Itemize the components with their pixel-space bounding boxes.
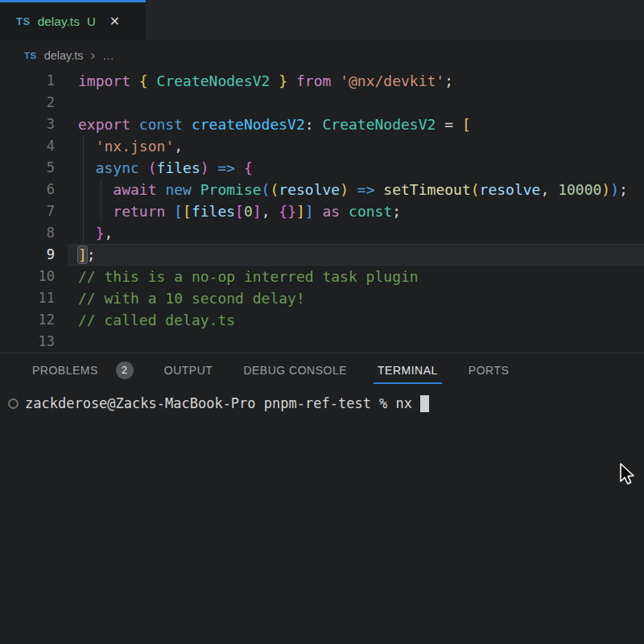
- line-number: 6: [0, 179, 55, 200]
- code-token: {: [139, 72, 157, 89]
- code-line-content: return [[files[0], {}]] as const;: [68, 200, 644, 222]
- code-lines: 1import { CreateNodesV2 } from '@nx/devk…: [0, 70, 644, 353]
- panel-tab-label: OUTPUT: [164, 364, 213, 377]
- code-token: ,: [540, 181, 558, 198]
- code-token: ;: [619, 181, 628, 198]
- code-line[interactable]: 4 'nx.json',: [0, 135, 644, 157]
- code-token: const: [349, 203, 392, 220]
- code-token: ]: [78, 246, 87, 263]
- code-line[interactable]: 13: [0, 331, 644, 353]
- code-token: as: [314, 203, 349, 220]
- code-line-content: },: [68, 222, 644, 244]
- bottom-panel: PROBLEMS2OUTPUTDEBUG CONSOLETERMINALPORT…: [0, 353, 644, 413]
- code-line[interactable]: 8 },: [0, 222, 644, 244]
- code-line[interactable]: 12// called delay.ts: [0, 309, 644, 331]
- close-tab-icon[interactable]: ✕: [109, 14, 120, 29]
- code-token: resolve: [279, 181, 340, 198]
- breadcrumb-symbol-ellipsis[interactable]: …: [102, 49, 114, 62]
- code-line-content: [68, 92, 644, 114]
- code-line[interactable]: 2: [0, 92, 644, 114]
- code-token: (: [471, 181, 480, 198]
- code-token: ;: [87, 246, 96, 263]
- terminal-prompt: zackderose@Zacks-MacBook-Pro pnpm-ref-te…: [25, 395, 412, 411]
- line-number: 8: [0, 222, 55, 244]
- code-token: =>: [349, 181, 383, 198]
- panel-tab-ports[interactable]: PORTS: [469, 353, 509, 387]
- code-token: {: [244, 159, 253, 176]
- panel-tab-label: DEBUG CONSOLE: [243, 364, 347, 377]
- chevron-right-icon: ›: [91, 48, 96, 62]
- line-number: 1: [0, 70, 55, 92]
- terminal[interactable]: zackderose@Zacks-MacBook-Pro pnpm-ref-te…: [0, 394, 644, 413]
- panel-tab-problems[interactable]: PROBLEMS2: [32, 353, 134, 387]
- code-token: (: [270, 181, 279, 198]
- code-token: [78, 225, 96, 242]
- terminal-cursor: [420, 395, 429, 412]
- indent-guide: [83, 135, 84, 157]
- line-number: 9: [0, 244, 55, 266]
- code-token: createNodesV2: [192, 116, 305, 133]
- line-number: 7: [0, 200, 55, 222]
- panel-tab-output[interactable]: OUTPUT: [164, 353, 213, 387]
- code-line[interactable]: 1import { CreateNodesV2 } from '@nx/devk…: [0, 70, 644, 92]
- indent-guide: [83, 179, 84, 200]
- code-token: files: [157, 159, 200, 176]
- code-token: CreateNodesV2: [157, 72, 270, 89]
- code-token: setTimeout: [383, 181, 470, 198]
- breadcrumb[interactable]: TS delay.ts › …: [0, 40, 644, 70]
- code-line-content: await new Promise((resolve) => setTimeou…: [68, 179, 644, 200]
- code-token: return: [113, 203, 174, 220]
- code-token: // this is a no-op interred task plugin: [78, 268, 419, 285]
- code-token: async: [96, 159, 148, 176]
- breadcrumb-file-name[interactable]: delay.ts: [44, 49, 84, 62]
- code-line[interactable]: 9];: [0, 244, 644, 266]
- line-number: 13: [0, 331, 55, 353]
- code-token: ): [200, 159, 209, 176]
- code-line[interactable]: 3export const createNodesV2: CreateNodes…: [0, 114, 644, 135]
- code-token: {}: [279, 203, 296, 220]
- code-token: ;: [392, 203, 401, 220]
- panel-tab-bar: PROBLEMS2OUTPUTDEBUG CONSOLETERMINALPORT…: [0, 353, 644, 387]
- code-line[interactable]: 5 async (files) => {: [0, 157, 644, 179]
- code-token: from: [287, 72, 340, 89]
- typescript-file-icon: TS: [16, 15, 31, 27]
- line-number: 4: [0, 135, 55, 157]
- line-number: 10: [0, 266, 55, 287]
- code-token: (: [262, 181, 270, 198]
- code-token: export: [78, 116, 139, 133]
- code-token: files: [192, 203, 235, 220]
- code-token: [: [183, 203, 192, 220]
- code-line[interactable]: 6 await new Promise((resolve) => setTime…: [0, 179, 644, 200]
- code-token: =>: [209, 159, 244, 176]
- code-line[interactable]: 7 return [[files[0], {}]] as const;: [0, 200, 644, 222]
- code-editor[interactable]: 1import { CreateNodesV2 } from '@nx/devk…: [0, 70, 644, 353]
- code-token: await: [113, 181, 165, 198]
- panel-tab-label: PORTS: [469, 364, 509, 377]
- code-line[interactable]: 10// this is a no-op interred task plugi…: [0, 266, 644, 287]
- code-token: ,: [105, 225, 114, 242]
- git-status-untracked-badge: U: [87, 14, 96, 28]
- editor-tab-bar: TS delay.ts U ✕: [0, 0, 644, 40]
- indent-guide: [83, 222, 84, 244]
- code-token: ,: [174, 138, 183, 155]
- code-token: import: [78, 72, 139, 89]
- code-line[interactable]: 11// with a 10 second delay!: [0, 287, 644, 309]
- code-token: ]: [253, 203, 262, 220]
- code-token: 10000: [558, 181, 601, 198]
- code-line-content: export const createNodesV2: CreateNodesV…: [68, 114, 644, 135]
- code-token: ): [601, 181, 610, 198]
- code-line-content: // with a 10 second delay!: [68, 287, 644, 309]
- indent-guide: [83, 157, 84, 179]
- code-token: [: [235, 203, 244, 220]
- code-line-content: [68, 331, 644, 353]
- panel-tab-terminal[interactable]: TERMINAL: [378, 353, 438, 387]
- line-number: 11: [0, 287, 55, 309]
- tab-delay-ts[interactable]: TS delay.ts U ✕: [0, 0, 146, 40]
- code-token: (: [148, 159, 157, 176]
- code-token: }: [270, 72, 287, 89]
- panel-tab-debug-console[interactable]: DEBUG CONSOLE: [243, 353, 347, 387]
- code-token: Promise: [200, 181, 262, 198]
- code-token: 0: [244, 203, 253, 220]
- code-line-content: // this is a no-op interred task plugin: [68, 266, 644, 287]
- code-token: [: [174, 203, 183, 220]
